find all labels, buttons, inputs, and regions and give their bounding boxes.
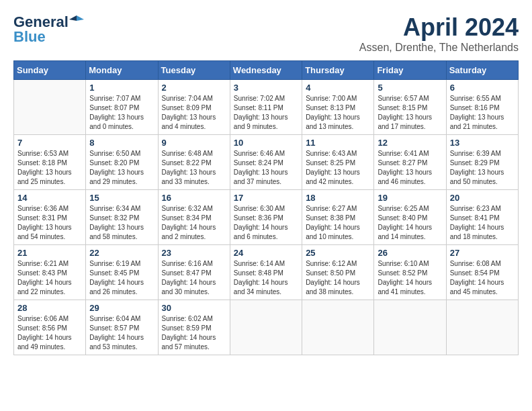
day-info: Sunrise: 6:12 AMSunset: 8:50 PMDaylight:… [306, 259, 370, 297]
day-cell [230, 300, 302, 355]
day-cell: 23Sunrise: 6:16 AMSunset: 8:47 PMDayligh… [158, 245, 230, 300]
day-cell: 17Sunrise: 6:30 AMSunset: 8:36 PMDayligh… [230, 190, 302, 245]
day-cell: 3Sunrise: 7:02 AMSunset: 8:11 PMDaylight… [230, 80, 302, 135]
day-cell: 30Sunrise: 6:02 AMSunset: 8:59 PMDayligh… [158, 300, 230, 355]
weekday-header-monday: Monday [86, 61, 158, 80]
day-info: Sunrise: 6:21 AMSunset: 8:43 PMDaylight:… [17, 259, 82, 297]
day-info: Sunrise: 6:48 AMSunset: 8:22 PMDaylight:… [162, 149, 226, 187]
day-number: 4 [306, 83, 370, 93]
day-info: Sunrise: 6:16 AMSunset: 8:47 PMDaylight:… [162, 259, 226, 297]
day-cell: 27Sunrise: 6:08 AMSunset: 8:54 PMDayligh… [446, 245, 518, 300]
day-number: 15 [89, 193, 154, 203]
day-info: Sunrise: 6:23 AMSunset: 8:41 PMDaylight:… [450, 204, 515, 242]
day-number: 7 [17, 138, 82, 148]
week-row-3: 14Sunrise: 6:36 AMSunset: 8:31 PMDayligh… [14, 190, 519, 245]
location-title: Assen, Drenthe, The Netherlands [359, 42, 519, 54]
day-cell: 28Sunrise: 6:06 AMSunset: 8:56 PMDayligh… [14, 300, 86, 355]
week-row-5: 28Sunrise: 6:06 AMSunset: 8:56 PMDayligh… [14, 300, 519, 355]
day-info: Sunrise: 6:34 AMSunset: 8:32 PMDaylight:… [89, 204, 154, 242]
title-area: April 2024 Assen, Drenthe, The Netherlan… [359, 13, 519, 54]
header: General Blue April 2024 Assen, Drenthe, … [13, 13, 519, 54]
day-info: Sunrise: 6:43 AMSunset: 8:25 PMDaylight:… [306, 149, 370, 187]
day-cell: 6Sunrise: 6:55 AMSunset: 8:16 PMDaylight… [446, 80, 518, 135]
day-cell: 11Sunrise: 6:43 AMSunset: 8:25 PMDayligh… [302, 135, 374, 190]
day-cell: 26Sunrise: 6:10 AMSunset: 8:52 PMDayligh… [374, 245, 446, 300]
day-info: Sunrise: 6:46 AMSunset: 8:24 PMDaylight:… [234, 149, 298, 187]
day-info: Sunrise: 7:02 AMSunset: 8:11 PMDaylight:… [234, 94, 298, 132]
day-info: Sunrise: 6:53 AMSunset: 8:18 PMDaylight:… [17, 149, 82, 187]
day-number: 1 [89, 83, 154, 93]
day-cell: 22Sunrise: 6:19 AMSunset: 8:45 PMDayligh… [86, 245, 158, 300]
day-info: Sunrise: 6:32 AMSunset: 8:34 PMDaylight:… [162, 204, 226, 242]
logo: General Blue [13, 13, 84, 46]
day-cell [14, 80, 86, 135]
day-info: Sunrise: 7:07 AMSunset: 8:07 PMDaylight:… [89, 94, 154, 132]
day-number: 25 [306, 248, 370, 258]
day-number: 14 [17, 193, 82, 203]
day-number: 8 [89, 138, 154, 148]
day-cell: 5Sunrise: 6:57 AMSunset: 8:15 PMDaylight… [374, 80, 446, 135]
day-info: Sunrise: 6:04 AMSunset: 8:57 PMDaylight:… [89, 314, 154, 352]
day-number: 30 [162, 303, 226, 313]
day-info: Sunrise: 6:08 AMSunset: 8:54 PMDaylight:… [450, 259, 515, 297]
day-number: 11 [306, 138, 370, 148]
day-number: 29 [89, 303, 154, 313]
logo-blue: Blue [13, 28, 46, 46]
day-number: 13 [450, 138, 515, 148]
weekday-header-wednesday: Wednesday [230, 61, 302, 80]
day-info: Sunrise: 6:57 AMSunset: 8:15 PMDaylight:… [378, 94, 442, 132]
day-cell: 1Sunrise: 7:07 AMSunset: 8:07 PMDaylight… [86, 80, 158, 135]
day-info: Sunrise: 6:39 AMSunset: 8:29 PMDaylight:… [450, 149, 515, 187]
day-number: 21 [17, 248, 82, 258]
day-info: Sunrise: 6:27 AMSunset: 8:38 PMDaylight:… [306, 204, 370, 242]
day-cell: 13Sunrise: 6:39 AMSunset: 8:29 PMDayligh… [446, 135, 518, 190]
day-cell: 16Sunrise: 6:32 AMSunset: 8:34 PMDayligh… [158, 190, 230, 245]
day-number: 12 [378, 138, 442, 148]
day-cell [446, 300, 518, 355]
day-number: 9 [162, 138, 226, 148]
day-cell: 8Sunrise: 6:50 AMSunset: 8:20 PMDaylight… [86, 135, 158, 190]
calendar-header: SundayMondayTuesdayWednesdayThursdayFrid… [14, 61, 519, 80]
day-number: 20 [450, 193, 515, 203]
week-row-2: 7Sunrise: 6:53 AMSunset: 8:18 PMDaylight… [14, 135, 519, 190]
day-cell: 18Sunrise: 6:27 AMSunset: 8:38 PMDayligh… [302, 190, 374, 245]
day-info: Sunrise: 6:06 AMSunset: 8:56 PMDaylight:… [17, 314, 82, 352]
day-cell: 24Sunrise: 6:14 AMSunset: 8:48 PMDayligh… [230, 245, 302, 300]
day-cell [302, 300, 374, 355]
day-info: Sunrise: 6:02 AMSunset: 8:59 PMDaylight:… [162, 314, 226, 352]
day-info: Sunrise: 6:19 AMSunset: 8:45 PMDaylight:… [89, 259, 154, 297]
day-cell: 10Sunrise: 6:46 AMSunset: 8:24 PMDayligh… [230, 135, 302, 190]
day-info: Sunrise: 6:36 AMSunset: 8:31 PMDaylight:… [17, 204, 82, 242]
weekday-row: SundayMondayTuesdayWednesdayThursdayFrid… [14, 61, 519, 80]
month-title: April 2024 [359, 13, 519, 42]
day-number: 27 [450, 248, 515, 258]
week-row-4: 21Sunrise: 6:21 AMSunset: 8:43 PMDayligh… [14, 245, 519, 300]
day-info: Sunrise: 6:50 AMSunset: 8:20 PMDaylight:… [89, 149, 154, 187]
day-info: Sunrise: 7:04 AMSunset: 8:09 PMDaylight:… [162, 94, 226, 132]
day-info: Sunrise: 6:55 AMSunset: 8:16 PMDaylight:… [450, 94, 515, 132]
day-cell: 20Sunrise: 6:23 AMSunset: 8:41 PMDayligh… [446, 190, 518, 245]
day-cell: 12Sunrise: 6:41 AMSunset: 8:27 PMDayligh… [374, 135, 446, 190]
day-number: 22 [89, 248, 154, 258]
day-number: 10 [234, 138, 298, 148]
day-cell: 14Sunrise: 6:36 AMSunset: 8:31 PMDayligh… [14, 190, 86, 245]
day-cell: 9Sunrise: 6:48 AMSunset: 8:22 PMDaylight… [158, 135, 230, 190]
day-cell: 15Sunrise: 6:34 AMSunset: 8:32 PMDayligh… [86, 190, 158, 245]
calendar: SundayMondayTuesdayWednesdayThursdayFrid… [13, 60, 519, 355]
weekday-header-friday: Friday [374, 61, 446, 80]
day-info: Sunrise: 6:10 AMSunset: 8:52 PMDaylight:… [378, 259, 442, 297]
day-number: 19 [378, 193, 442, 203]
weekday-header-saturday: Saturday [446, 61, 518, 80]
day-number: 28 [17, 303, 82, 313]
day-cell: 25Sunrise: 6:12 AMSunset: 8:50 PMDayligh… [302, 245, 374, 300]
day-cell: 29Sunrise: 6:04 AMSunset: 8:57 PMDayligh… [86, 300, 158, 355]
svg-marker-1 [69, 15, 77, 21]
day-cell: 19Sunrise: 6:25 AMSunset: 8:40 PMDayligh… [374, 190, 446, 245]
day-cell: 4Sunrise: 7:00 AMSunset: 8:13 PMDaylight… [302, 80, 374, 135]
day-number: 16 [162, 193, 226, 203]
day-number: 23 [162, 248, 226, 258]
day-cell: 21Sunrise: 6:21 AMSunset: 8:43 PMDayligh… [14, 245, 86, 300]
svg-marker-0 [77, 15, 84, 21]
day-info: Sunrise: 6:41 AMSunset: 8:27 PMDaylight:… [378, 149, 442, 187]
calendar-body: 1Sunrise: 7:07 AMSunset: 8:07 PMDaylight… [14, 80, 519, 355]
